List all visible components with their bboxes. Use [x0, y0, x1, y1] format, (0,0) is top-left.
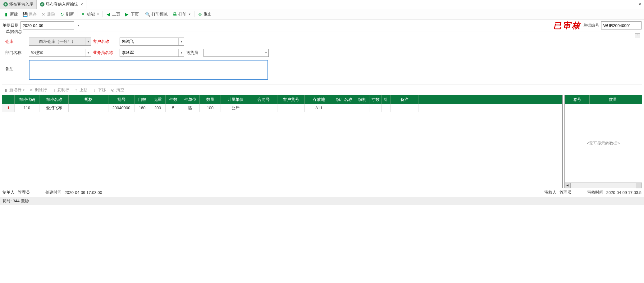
- customer-input[interactable]: [120, 38, 178, 45]
- refresh-button[interactable]: ↻ 刷新: [58, 11, 76, 18]
- col-width[interactable]: 门幅: [135, 95, 150, 104]
- salesman-combo[interactable]: ▾: [120, 49, 184, 57]
- col-munit[interactable]: 计量单位: [221, 95, 250, 104]
- dropdown-button[interactable]: ▾: [85, 38, 91, 45]
- dropdown-button[interactable]: ▾: [178, 38, 184, 45]
- col-side-qty[interactable]: 数量: [590, 95, 636, 104]
- cell-inch[interactable]: [369, 104, 382, 112]
- dropdown-button[interactable]: ▾: [85, 49, 91, 56]
- date-dropdown-button[interactable]: ▾: [77, 22, 79, 29]
- create-time-label: 创建时间: [45, 190, 62, 195]
- customer-label: 客户名称: [93, 39, 118, 44]
- col-loc[interactable]: 存放地: [305, 95, 333, 104]
- deliverer-input[interactable]: [204, 49, 263, 56]
- dept-combo[interactable]: ▾: [29, 49, 91, 57]
- col-contract[interactable]: 合同号: [250, 95, 277, 104]
- cell-name[interactable]: 爱招飞布: [39, 104, 69, 112]
- delete-row-button[interactable]: ✕ 删除行: [27, 87, 48, 93]
- tab-inbound-list[interactable]: ⊕ 坯布客供入库: [0, 0, 37, 9]
- close-all-icon[interactable]: ×: [639, 1, 642, 7]
- col-remark[interactable]: 备注: [391, 95, 418, 104]
- col-needle[interactable]: 针: [382, 95, 391, 104]
- copy-row-button[interactable]: ▯ 复制行: [50, 87, 71, 93]
- chevron-down-icon: ▾: [181, 51, 182, 54]
- approved-stamp: 已审核: [553, 20, 581, 31]
- cell-remark[interactable]: [391, 104, 418, 112]
- cell-contract[interactable]: [250, 104, 277, 112]
- cell-pcs[interactable]: 5: [166, 104, 181, 112]
- add-row-button[interactable]: ▮ 新增行 ▾: [2, 87, 26, 93]
- col-qty[interactable]: 数量: [200, 95, 221, 104]
- creator-label: 制单人: [2, 190, 15, 195]
- cell-custno[interactable]: [277, 104, 305, 112]
- next-page-button[interactable]: ▶ 下页: [123, 11, 141, 18]
- col-punit[interactable]: 件单位: [181, 95, 200, 104]
- approver-value: 管理员: [560, 190, 572, 195]
- customer-combo[interactable]: ▾: [120, 38, 184, 46]
- separator: [103, 11, 103, 17]
- dropdown-button[interactable]: ▾: [178, 49, 184, 56]
- tab-inbound-edit[interactable]: ⊕ 坯布客供入库编辑 ×: [37, 0, 86, 9]
- create-time-value: 2020-04-09 17:03:00: [65, 190, 102, 195]
- globe-icon: ⊕: [3, 2, 8, 7]
- col-spec[interactable]: 规格: [69, 95, 108, 104]
- col-code[interactable]: 布种代码: [15, 95, 39, 104]
- new-button[interactable]: ▮ 新建: [2, 11, 20, 18]
- doc-no-input[interactable]: [601, 21, 642, 29]
- move-down-button[interactable]: ↓ 下移: [90, 87, 107, 93]
- up-icon: ↑: [74, 88, 79, 92]
- col-lot[interactable]: 批号: [108, 95, 135, 104]
- preview-icon: 🔍: [145, 12, 150, 17]
- cell-punit[interactable]: 匹: [181, 104, 200, 112]
- col-machine[interactable]: 织机: [355, 95, 369, 104]
- col-roll[interactable]: 卷号: [565, 95, 590, 104]
- remark-textarea[interactable]: [29, 60, 268, 80]
- print-preview-button[interactable]: 🔍 打印预览: [144, 11, 170, 18]
- warehouse-label: 仓库: [5, 39, 27, 44]
- doc-info-section: 单据信息 ⌃ 仓库 ▾ 客户名称 ▾ 部门名称 ▾ 业务员名称 ▾ 送货员 ▾ …: [2, 32, 642, 84]
- cell-rownum: 1: [2, 104, 15, 112]
- col-pcs[interactable]: 件数: [166, 95, 181, 104]
- print-button[interactable]: 🖶 打印 ▼: [170, 11, 193, 18]
- dept-label: 部门名称: [5, 50, 27, 56]
- doc-date-input[interactable]: [21, 22, 77, 29]
- cell-lot[interactable]: 20040900: [108, 104, 135, 112]
- deliverer-combo[interactable]: ▾: [203, 49, 269, 57]
- dept-input[interactable]: [29, 49, 85, 56]
- side-grid[interactable]: 卷号 数量 <无可显示的数据> ◀ ▶: [564, 95, 642, 188]
- col-factory[interactable]: 织厂名称: [333, 95, 355, 104]
- col-name[interactable]: 布种名称: [39, 95, 69, 104]
- cell-code[interactable]: 110: [15, 104, 39, 112]
- cell-width[interactable]: 160: [135, 104, 150, 112]
- clear-button[interactable]: ⊘ 清空: [109, 87, 126, 93]
- cell-munit[interactable]: 公斤: [221, 104, 250, 112]
- cell-loc[interactable]: A11: [305, 104, 333, 112]
- status-bar: 耗时: 344 毫秒: [0, 197, 644, 205]
- dropdown-button[interactable]: ▾: [263, 49, 268, 56]
- grid-toolbar: ▮ 新增行 ▾ ✕ 删除行 ▯ 复制行 ↑ 上移 ↓ 下移 ⊘ 清空: [0, 85, 644, 95]
- cell-qty[interactable]: 100: [200, 104, 221, 112]
- horizontal-scrollbar[interactable]: ◀ ▶: [565, 182, 642, 188]
- globe-icon: ⊕: [40, 2, 44, 7]
- move-up-button[interactable]: ↑ 上移: [72, 87, 89, 93]
- doc-date-field[interactable]: ▾: [21, 21, 74, 29]
- col-inch[interactable]: 寸数: [369, 95, 382, 104]
- prev-page-button[interactable]: ◀ 上页: [104, 11, 122, 18]
- print-icon: 🖶: [172, 12, 177, 17]
- cell-factory[interactable]: [333, 104, 355, 112]
- cell-needle[interactable]: [382, 104, 391, 112]
- main-grid[interactable]: 布种代码 布种名称 规格 批号 门幅 克重 件数 件单位 数量 计量单位 合同号…: [2, 95, 563, 188]
- cell-machine[interactable]: [355, 104, 369, 112]
- salesman-input[interactable]: [120, 49, 178, 56]
- col-custno[interactable]: 客户货号: [277, 95, 305, 104]
- col-weight[interactable]: 克重: [150, 95, 166, 104]
- exit-button[interactable]: ⊗ 退出: [196, 11, 214, 18]
- list-icon: ≡: [80, 12, 85, 17]
- warehouse-combo[interactable]: ▾: [29, 38, 91, 46]
- close-icon[interactable]: ×: [80, 2, 83, 7]
- table-row[interactable]: 1 110 爱招飞布 20040900 160 200 5 匹 100 公斤 A…: [2, 104, 562, 112]
- function-button[interactable]: ≡ 功能 ▼: [79, 11, 101, 18]
- collapse-button[interactable]: ⌃: [635, 33, 640, 38]
- cell-weight[interactable]: 200: [150, 104, 166, 112]
- cell-spec[interactable]: [69, 104, 108, 112]
